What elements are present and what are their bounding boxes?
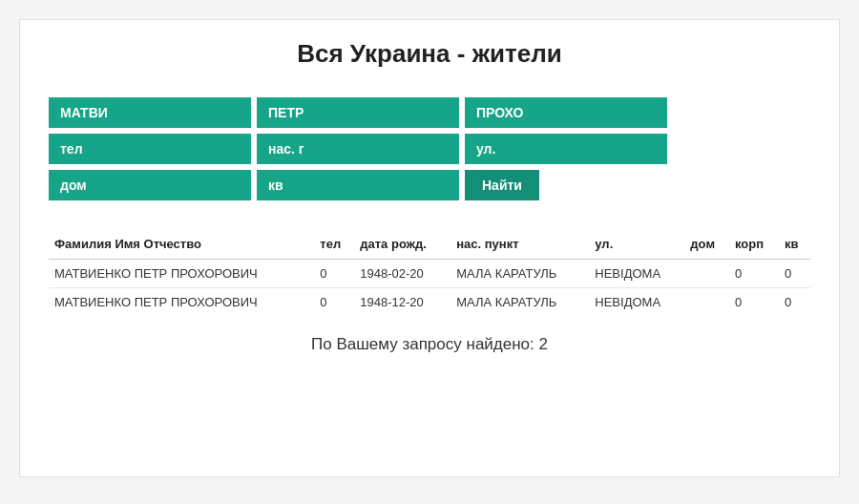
table-cell-1: 0	[314, 288, 354, 317]
table-cell-5	[684, 288, 729, 317]
col-header-kv: кв	[779, 229, 810, 260]
table-cell-5	[684, 260, 729, 288]
search-bar: Найти	[49, 97, 810, 200]
table-cell-7: 0	[779, 260, 810, 288]
table-row: МАТВИЕНКО ПЕТР ПРОХОРОВИЧ01948-02-20МАЛА…	[49, 260, 810, 288]
col-header-street: ул.	[589, 229, 684, 260]
table-cell-6: 0	[729, 288, 779, 317]
search-input-firstname[interactable]	[257, 97, 459, 128]
table-cell-1: 0	[314, 260, 354, 288]
table-row: МАТВИЕНКО ПЕТР ПРОХОРОВИЧ01948-12-20МАЛА…	[49, 288, 810, 317]
table-header-row: Фамилия Имя Отчество тел дата рожд. нас.…	[49, 229, 810, 260]
search-input-patronymic[interactable]	[465, 97, 667, 128]
col-header-korp: корп	[729, 229, 779, 260]
table-cell-4: НЕВІДОМА	[589, 260, 684, 288]
search-input-street[interactable]	[465, 134, 667, 164]
col-header-fio: Фамилия Имя Отчество	[49, 229, 314, 260]
search-input-kv[interactable]	[257, 170, 459, 200]
table-cell-2: 1948-02-20	[354, 260, 450, 288]
page-title: Вся Украина - жители	[49, 39, 810, 69]
col-header-dom: дом	[684, 229, 729, 260]
col-header-location: нас. пункт	[450, 229, 589, 260]
results-table: Фамилия Имя Отчество тел дата рожд. нас.…	[49, 229, 810, 316]
search-button[interactable]: Найти	[465, 170, 539, 200]
table-cell-3: МАЛА КАРАТУЛЬ	[450, 288, 589, 317]
search-input-location[interactable]	[257, 134, 459, 164]
search-input-phone[interactable]	[49, 134, 251, 164]
table-cell-4: НЕВІДОМА	[589, 288, 684, 317]
table-cell-7: 0	[779, 288, 810, 317]
search-input-lastname[interactable]	[49, 97, 251, 128]
results-table-container: Фамилия Имя Отчество тел дата рожд. нас.…	[49, 229, 810, 316]
table-cell-2: 1948-12-20	[354, 288, 450, 317]
result-count: По Вашему запросу найдено: 2	[49, 335, 810, 354]
table-cell-3: МАЛА КАРАТУЛЬ	[450, 260, 589, 288]
search-input-dom[interactable]	[49, 170, 251, 200]
table-cell-6: 0	[729, 260, 779, 288]
page-container: Вся Украина - жители Найти Фамилия Имя О…	[19, 19, 840, 477]
table-cell-0: МАТВИЕНКО ПЕТР ПРОХОРОВИЧ	[49, 260, 314, 288]
col-header-tel: тел	[314, 229, 354, 260]
table-cell-0: МАТВИЕНКО ПЕТР ПРОХОРОВИЧ	[49, 288, 314, 317]
col-header-date: дата рожд.	[354, 229, 450, 260]
